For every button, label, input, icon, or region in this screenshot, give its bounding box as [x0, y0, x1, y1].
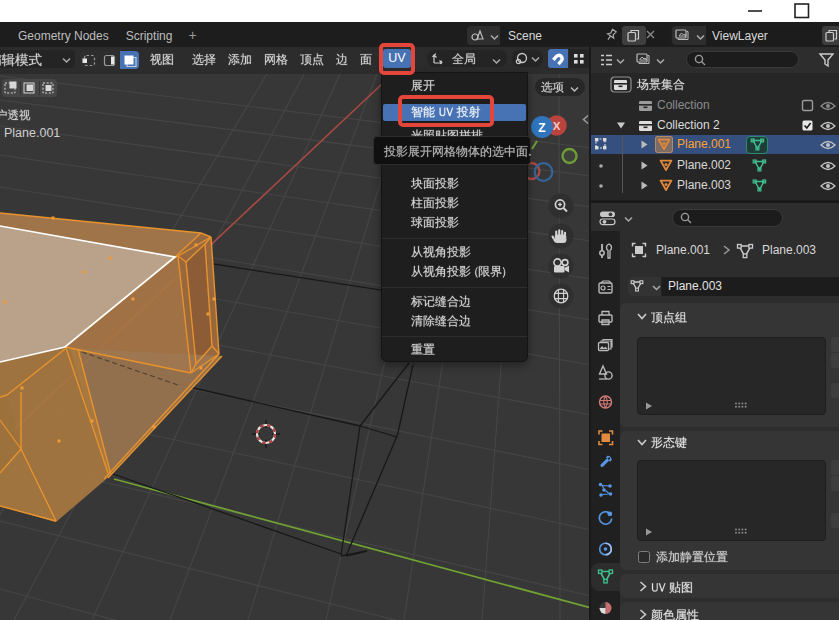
svg-text:Z: Z [538, 121, 545, 135]
svg-text:X: X [553, 120, 561, 132]
